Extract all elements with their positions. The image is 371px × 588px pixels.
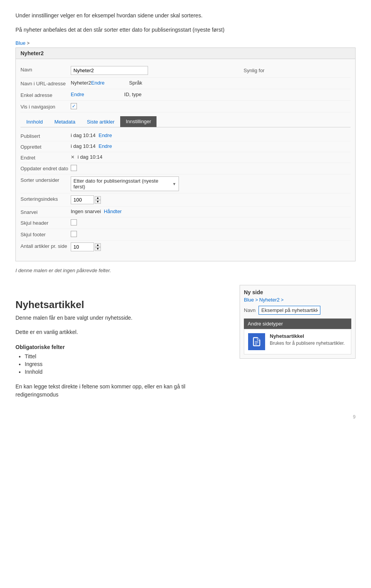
sorterindex-down[interactable]: ▼: [95, 200, 101, 204]
sidetyper-name: Nyhetsartikkel: [270, 333, 347, 339]
intro-line1: Under innstillinger velger en for eksemp…: [15, 12, 356, 20]
synlig-label: Synlig for: [243, 68, 264, 73]
breadcrumb: Blue >: [15, 40, 356, 46]
value-sorter: Etter dato for publiseringsstart (nyeste…: [71, 176, 351, 191]
tab-innhold[interactable]: Innhold: [20, 116, 49, 127]
value-opprettet: i dag 10:14 Endre: [71, 143, 351, 149]
panel-header: Nyheter2: [16, 48, 355, 59]
value-navn: Synlig for: [71, 66, 351, 75]
form-row-navn: Navn Synlig for: [20, 64, 351, 78]
skjul-header-checkbox[interactable]: [71, 219, 77, 225]
sidetyper-icon: [248, 333, 265, 350]
tab-siste-artikler[interactable]: Siste artikler: [81, 116, 121, 127]
ny-side-navn-input[interactable]: [259, 306, 320, 315]
nyhetsartikkel-desc1: Denne malen får en bare valgt under nyhe…: [15, 314, 224, 322]
nyhetsartikkel-heading: Nyhetsartikkel: [15, 299, 224, 311]
ny-side-bc-blue[interactable]: Blue: [244, 297, 254, 303]
url-endre-link[interactable]: Endre: [91, 80, 105, 86]
endret-x-icon: ✕: [71, 154, 75, 160]
left-column: Blue > Nyheter2 Navn Synlig for Navn i U…: [15, 40, 356, 273]
panel-body: Navn Synlig for Navn i URL-adresse Nyhet…: [16, 59, 355, 261]
label-snarvei: Snarvei: [20, 208, 71, 215]
tab-metadata[interactable]: Metadata: [49, 116, 81, 127]
value-publisert: i dag 10:14 Endre: [71, 132, 351, 138]
value-skjul-footer: [71, 231, 351, 238]
antall-up[interactable]: ▲: [95, 243, 101, 247]
intro-line2: På nyheter anbefales det at den står sor…: [15, 26, 356, 34]
publisert-text: i dag 10:14: [71, 132, 95, 138]
label-nav: Vis i navigasjon: [20, 103, 71, 110]
id-type-label: ID, type: [124, 92, 141, 97]
skjul-footer-checkbox[interactable]: [71, 231, 77, 237]
endret-text: i dag 10:14: [78, 154, 102, 160]
nyhetsartikkel-layout: Nyhetsartikkel Denne malen får en bare v…: [15, 285, 356, 399]
enkel-endre-link[interactable]: Endre: [71, 92, 84, 97]
settings-row-sorter: Sorter undersider Etter dato for publise…: [20, 175, 351, 193]
required-ingress: Ingress: [25, 361, 224, 367]
value-endret: ✕ i dag 10:14: [71, 154, 351, 160]
settings-row-antall: Antall artikler pr. side ▲ ▼: [20, 241, 351, 253]
breadcrumb-blue[interactable]: Blue: [15, 40, 26, 46]
document-icon: [251, 336, 262, 347]
label-navn: Navn: [20, 66, 71, 73]
value-nav: [71, 103, 351, 109]
opprettet-endre[interactable]: Endre: [99, 143, 112, 149]
value-oppdater: [71, 165, 351, 172]
sorterindex-input[interactable]: [71, 195, 94, 204]
url-text: Nyheter2: [71, 80, 91, 86]
value-snarvei: Ingen snarvei Håndter: [71, 208, 351, 214]
form-row-nav: Vis i navigasjon: [20, 101, 351, 112]
antall-input[interactable]: [71, 242, 94, 251]
input-navn[interactable]: [71, 66, 148, 75]
publisert-endre[interactable]: Endre: [99, 132, 112, 138]
snarvei-link[interactable]: Håndter: [104, 208, 122, 214]
sidetyper-item[interactable]: Nyhetsartikkel Brukes for å publisere ny…: [244, 329, 351, 354]
required-section: Obligatoriske felter Tittel Ingress Innh…: [15, 344, 224, 375]
nav-checkbox[interactable]: [71, 103, 77, 109]
value-antall: ▲ ▼: [71, 242, 351, 251]
tab-innstillinger[interactable]: Innstillinger: [120, 116, 157, 127]
sidetyper-desc: Brukes for å publisere nyhetsartikler.: [270, 340, 347, 347]
no-required-text: I denne malen er det ingen påkrevde felt…: [15, 268, 356, 273]
settings-row-endret: Endret ✕ i dag 10:14: [20, 152, 351, 163]
oppdater-checkbox[interactable]: [71, 165, 77, 171]
sorterindex-up[interactable]: ▲: [95, 196, 101, 200]
ny-side-bc-sep2: >: [281, 297, 284, 303]
sorter-select[interactable]: Etter dato for publiseringsstart (nyeste…: [71, 176, 179, 191]
antall-down[interactable]: ▼: [95, 247, 101, 251]
label-antall: Antall artikler pr. side: [20, 242, 71, 249]
ny-side-bc-sep: >: [255, 297, 259, 303]
label-skjul-footer: Skjul footer: [20, 231, 71, 237]
antall-wrap: ▲ ▼: [71, 242, 351, 251]
form-row-url: Navn i URL-adresse Nyheter2Endre Språk: [20, 78, 351, 89]
settings-row-snarvei: Snarvei Ingen snarvei Håndter: [20, 207, 351, 217]
antall-spinner: ▲ ▼: [95, 243, 101, 251]
ny-side-breadcrumb: Blue > Nyheter2 >: [244, 297, 351, 303]
settings-row-skjul-footer: Skjul footer: [20, 229, 351, 241]
snarvei-text: Ingen snarvei: [71, 208, 101, 214]
final-text: En kan legge tekst direkte i feltene som…: [15, 383, 224, 399]
form-row-enkel: Enkel adresse Endre ID, type: [20, 89, 351, 101]
nyhetsartikkel-left: Nyhetsartikkel Denne malen får en bare v…: [15, 285, 224, 399]
settings-row-opprettet: Opprettet i dag 10:14 Endre: [20, 141, 351, 152]
ny-side-name-row: Navn: [244, 306, 351, 315]
label-opprettet: Opprettet: [20, 143, 71, 150]
required-tittel: Tittel: [25, 353, 224, 359]
sidetyper-info: Nyhetsartikkel Brukes for å publisere ny…: [270, 333, 347, 347]
settings-row-publisert: Publisert i dag 10:14 Endre: [20, 130, 351, 141]
label-oppdater: Oppdater endret dato: [20, 165, 71, 171]
page-number: 9: [15, 414, 356, 420]
ny-side-bc-nyheter2[interactable]: Nyheter2: [259, 297, 280, 303]
nyhetsartikkel-desc2: Dette er en vanlig artikkel.: [15, 328, 224, 336]
value-enkel: Endre ID, type: [71, 92, 351, 97]
ny-side-panel: Ny side Blue > Nyheter2 > Navn Andre sid…: [240, 285, 356, 359]
settings-row-oppdater: Oppdater endret dato: [20, 163, 351, 175]
ny-side-title: Ny side: [244, 289, 351, 295]
panel: Nyheter2 Navn Synlig for Navn i URL-adre…: [15, 47, 356, 261]
label-publisert: Publisert: [20, 132, 71, 139]
settings-row-sorterindex: Sorteringsindeks ▲ ▼: [20, 193, 351, 207]
sprak-label: Språk: [129, 80, 142, 86]
required-innhold: Innhold: [25, 369, 224, 375]
ny-side-column: Ny side Blue > Nyheter2 > Navn Andre sid…: [240, 285, 356, 399]
required-heading: Obligatoriske felter: [15, 344, 224, 350]
